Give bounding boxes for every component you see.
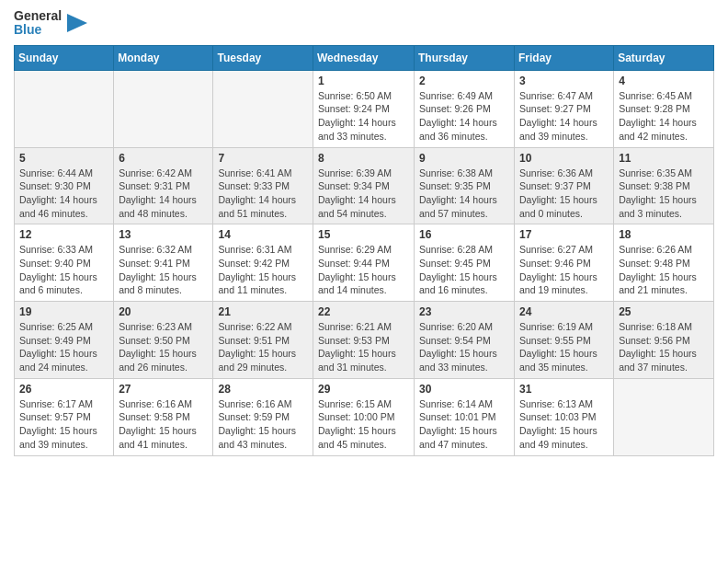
calendar-cell: 13Sunrise: 6:32 AM Sunset: 9:41 PM Dayli…	[114, 224, 213, 302]
calendar-cell: 18Sunrise: 6:26 AM Sunset: 9:48 PM Dayli…	[614, 224, 714, 302]
logo-general: General	[14, 9, 62, 23]
day-of-week-header: Sunday	[15, 45, 114, 70]
logo-text: General Blue	[14, 9, 62, 38]
calendar-week-row: 26Sunrise: 6:17 AM Sunset: 9:57 PM Dayli…	[15, 378, 714, 455]
calendar-cell: 22Sunrise: 6:21 AM Sunset: 9:53 PM Dayli…	[313, 302, 415, 379]
day-number: 20	[119, 305, 208, 318]
day-number: 18	[619, 228, 709, 241]
calendar-cell	[614, 378, 714, 455]
day-info: Sunrise: 6:18 AM Sunset: 9:56 PM Dayligh…	[619, 320, 709, 374]
calendar-cell: 15Sunrise: 6:29 AM Sunset: 9:44 PM Dayli…	[313, 224, 415, 302]
day-number: 5	[19, 152, 108, 165]
day-number: 10	[519, 152, 609, 165]
calendar-cell: 29Sunrise: 6:15 AM Sunset: 10:00 PM Dayl…	[313, 378, 415, 455]
calendar-cell: 11Sunrise: 6:35 AM Sunset: 9:38 PM Dayli…	[614, 147, 714, 224]
day-info: Sunrise: 6:16 AM Sunset: 9:58 PM Dayligh…	[119, 397, 208, 452]
day-info: Sunrise: 6:14 AM Sunset: 10:01 PM Daylig…	[419, 397, 509, 452]
day-number: 14	[218, 228, 308, 241]
day-info: Sunrise: 6:17 AM Sunset: 9:57 PM Dayligh…	[19, 397, 108, 452]
logo-blue: Blue	[14, 23, 62, 37]
calendar-week-row: 19Sunrise: 6:25 AM Sunset: 9:49 PM Dayli…	[15, 302, 714, 379]
day-of-week-header: Wednesday	[313, 45, 415, 70]
day-of-week-header: Thursday	[415, 45, 515, 70]
logo: General Blue	[14, 9, 87, 38]
calendar-cell: 16Sunrise: 6:28 AM Sunset: 9:45 PM Dayli…	[415, 224, 515, 302]
header: General Blue	[14, 9, 714, 38]
day-number: 21	[218, 305, 308, 318]
calendar-cell: 14Sunrise: 6:31 AM Sunset: 9:42 PM Dayli…	[213, 224, 313, 302]
day-number: 11	[619, 152, 709, 165]
day-of-week-header: Saturday	[614, 45, 714, 70]
calendar-cell: 17Sunrise: 6:27 AM Sunset: 9:46 PM Dayli…	[515, 224, 614, 302]
calendar-cell: 23Sunrise: 6:20 AM Sunset: 9:54 PM Dayli…	[415, 302, 515, 379]
day-number: 28	[218, 383, 308, 396]
day-of-week-header: Monday	[114, 45, 213, 70]
day-number: 4	[619, 75, 709, 87]
day-info: Sunrise: 6:50 AM Sunset: 9:24 PM Dayligh…	[318, 89, 409, 144]
day-number: 16	[419, 228, 509, 241]
calendar-cell: 8Sunrise: 6:39 AM Sunset: 9:34 PM Daylig…	[313, 147, 415, 224]
day-number: 7	[218, 152, 308, 165]
day-number: 22	[318, 305, 409, 318]
calendar-cell: 25Sunrise: 6:18 AM Sunset: 9:56 PM Dayli…	[614, 302, 714, 379]
day-info: Sunrise: 6:36 AM Sunset: 9:37 PM Dayligh…	[519, 167, 609, 221]
calendar-cell: 26Sunrise: 6:17 AM Sunset: 9:57 PM Dayli…	[15, 378, 114, 455]
day-number: 30	[419, 383, 509, 396]
calendar-cell: 4Sunrise: 6:45 AM Sunset: 9:28 PM Daylig…	[614, 70, 714, 147]
day-number: 19	[19, 305, 108, 318]
calendar-cell: 21Sunrise: 6:22 AM Sunset: 9:51 PM Dayli…	[213, 302, 313, 379]
calendar-header-row: SundayMondayTuesdayWednesdayThursdayFrid…	[15, 45, 714, 70]
day-info: Sunrise: 6:13 AM Sunset: 10:03 PM Daylig…	[519, 397, 609, 452]
calendar: SundayMondayTuesdayWednesdayThursdayFrid…	[14, 45, 714, 456]
day-info: Sunrise: 6:15 AM Sunset: 10:00 PM Daylig…	[318, 397, 409, 452]
day-number: 29	[318, 383, 409, 396]
day-number: 9	[419, 152, 509, 165]
day-info: Sunrise: 6:47 AM Sunset: 9:27 PM Dayligh…	[519, 89, 609, 144]
day-number: 2	[419, 75, 509, 87]
calendar-cell: 1Sunrise: 6:50 AM Sunset: 9:24 PM Daylig…	[313, 70, 415, 147]
day-info: Sunrise: 6:21 AM Sunset: 9:53 PM Dayligh…	[318, 320, 409, 374]
calendar-week-row: 5Sunrise: 6:44 AM Sunset: 9:30 PM Daylig…	[15, 147, 714, 224]
calendar-cell: 2Sunrise: 6:49 AM Sunset: 9:26 PM Daylig…	[415, 70, 515, 147]
day-info: Sunrise: 6:23 AM Sunset: 9:50 PM Dayligh…	[119, 320, 208, 374]
day-info: Sunrise: 6:22 AM Sunset: 9:51 PM Dayligh…	[218, 320, 308, 374]
day-info: Sunrise: 6:42 AM Sunset: 9:31 PM Dayligh…	[119, 167, 208, 221]
calendar-cell: 5Sunrise: 6:44 AM Sunset: 9:30 PM Daylig…	[15, 147, 114, 224]
calendar-cell	[114, 70, 213, 147]
day-info: Sunrise: 6:27 AM Sunset: 9:46 PM Dayligh…	[519, 243, 609, 297]
day-number: 31	[519, 383, 609, 396]
svg-marker-0	[67, 14, 87, 32]
day-number: 13	[119, 228, 208, 241]
day-info: Sunrise: 6:38 AM Sunset: 9:35 PM Dayligh…	[419, 167, 509, 221]
calendar-cell: 24Sunrise: 6:19 AM Sunset: 9:55 PM Dayli…	[515, 302, 614, 379]
calendar-week-row: 1Sunrise: 6:50 AM Sunset: 9:24 PM Daylig…	[15, 70, 714, 147]
logo-triangle-icon	[67, 10, 87, 36]
calendar-cell: 9Sunrise: 6:38 AM Sunset: 9:35 PM Daylig…	[415, 147, 515, 224]
day-number: 12	[19, 228, 108, 241]
day-info: Sunrise: 6:29 AM Sunset: 9:44 PM Dayligh…	[318, 243, 409, 297]
calendar-cell	[213, 70, 313, 147]
calendar-cell: 6Sunrise: 6:42 AM Sunset: 9:31 PM Daylig…	[114, 147, 213, 224]
day-info: Sunrise: 6:35 AM Sunset: 9:38 PM Dayligh…	[619, 167, 709, 221]
day-info: Sunrise: 6:39 AM Sunset: 9:34 PM Dayligh…	[318, 167, 409, 221]
day-info: Sunrise: 6:49 AM Sunset: 9:26 PM Dayligh…	[419, 89, 509, 144]
day-number: 1	[318, 75, 409, 87]
day-of-week-header: Tuesday	[213, 45, 313, 70]
calendar-cell: 7Sunrise: 6:41 AM Sunset: 9:33 PM Daylig…	[213, 147, 313, 224]
day-info: Sunrise: 6:20 AM Sunset: 9:54 PM Dayligh…	[419, 320, 509, 374]
day-number: 3	[519, 75, 609, 87]
calendar-cell: 30Sunrise: 6:14 AM Sunset: 10:01 PM Dayl…	[415, 378, 515, 455]
day-of-week-header: Friday	[515, 45, 614, 70]
day-info: Sunrise: 6:26 AM Sunset: 9:48 PM Dayligh…	[619, 243, 709, 297]
day-info: Sunrise: 6:28 AM Sunset: 9:45 PM Dayligh…	[419, 243, 509, 297]
calendar-cell	[15, 70, 114, 147]
day-info: Sunrise: 6:25 AM Sunset: 9:49 PM Dayligh…	[19, 320, 108, 374]
day-info: Sunrise: 6:44 AM Sunset: 9:30 PM Dayligh…	[19, 167, 108, 221]
calendar-cell: 19Sunrise: 6:25 AM Sunset: 9:49 PM Dayli…	[15, 302, 114, 379]
day-info: Sunrise: 6:16 AM Sunset: 9:59 PM Dayligh…	[218, 397, 308, 452]
calendar-cell: 27Sunrise: 6:16 AM Sunset: 9:58 PM Dayli…	[114, 378, 213, 455]
calendar-cell: 31Sunrise: 6:13 AM Sunset: 10:03 PM Dayl…	[515, 378, 614, 455]
day-info: Sunrise: 6:33 AM Sunset: 9:40 PM Dayligh…	[19, 243, 108, 297]
calendar-cell: 3Sunrise: 6:47 AM Sunset: 9:27 PM Daylig…	[515, 70, 614, 147]
day-number: 26	[19, 383, 108, 396]
